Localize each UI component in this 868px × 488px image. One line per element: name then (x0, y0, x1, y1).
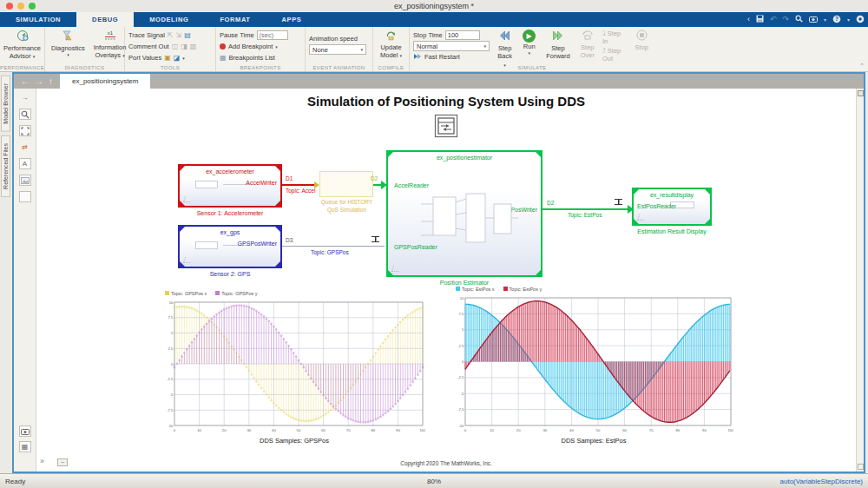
record-icon[interactable] (809, 16, 818, 24)
viewmark-icon[interactable] (19, 191, 31, 202)
run-button[interactable]: ▶ Run ▾ (520, 30, 538, 63)
wire-estpos[interactable] (542, 208, 629, 210)
step-in-button[interactable]: ⤵ Step In (602, 30, 628, 45)
collapse-badge-icon[interactable]: − (57, 458, 68, 466)
update-model-button[interactable]: Update Model ▾ (377, 30, 405, 60)
model-canvas[interactable]: Simulation of Positioning System Using D… (36, 89, 856, 472)
inner-subsystem-preview (421, 192, 518, 249)
screenshot-icon[interactable] (19, 425, 31, 437)
port-values-button[interactable]: Port Values ▣ ◪ ▾ (128, 52, 212, 63)
sample-time-mark (183, 257, 192, 263)
port-label: GPSPosWriter (238, 241, 277, 247)
dropdown-caret-icon[interactable]: ▾ (182, 56, 185, 61)
performance-advisor-button[interactable]: Performance Advisor ▾ (3, 30, 41, 61)
tab-simulation[interactable]: SIMULATION (0, 12, 76, 27)
svg-text:-10: -10 (458, 424, 464, 428)
trace-down-icon[interactable]: ⇲ (176, 31, 182, 39)
estpos-scope-chart[interactable]: 0102030405060708090100-10-7.5-5-2.502.55… (454, 293, 733, 435)
wire-d1[interactable] (282, 184, 315, 186)
resize-grip-icon[interactable] (858, 464, 864, 470)
redo-icon[interactable]: ↷ (782, 16, 789, 23)
referenced-files-tab[interactable]: Referenced Files (1, 135, 10, 197)
sample-time-mark (391, 266, 400, 272)
breakpoints-list-button[interactable]: ▦ Breakpoints List (220, 52, 301, 63)
step-back-button[interactable]: Step Back ▾ (495, 30, 515, 63)
fit-to-view-icon[interactable] (19, 125, 31, 136)
undo-icon[interactable]: ↶ (770, 16, 777, 23)
trace-signal-button[interactable]: Trace Signal ⇱ ⇲ ▤ (128, 30, 212, 41)
port-value-label-icon[interactable]: ◪ (174, 54, 181, 62)
trace-up-icon[interactable]: ⇱ (168, 31, 174, 39)
svg-text:-2.5: -2.5 (457, 375, 464, 379)
wire-d3[interactable] (282, 246, 385, 247)
back-button[interactable]: ← (21, 76, 30, 86)
image-icon[interactable] (19, 175, 31, 186)
stop-time-input[interactable] (445, 30, 480, 40)
port-value-display-icon[interactable]: ▣ (164, 54, 171, 62)
step-over-icon (582, 30, 594, 43)
tab-apps[interactable]: APPS (266, 12, 318, 27)
comment-through-icon[interactable]: ▥ (190, 43, 197, 50)
comment-icon[interactable]: ◫ (172, 43, 179, 50)
search-icon[interactable] (795, 15, 803, 24)
record-dropdown-caret-icon[interactable]: ▾ (824, 17, 826, 23)
gpspos-scope-chart[interactable]: 0102030405060708090100-10-7.5-5-2.502.55… (163, 298, 425, 435)
expand-palette-icon[interactable]: » (40, 457, 44, 465)
uncomment-icon[interactable]: ◨ (181, 43, 187, 50)
block-position-estimator[interactable]: ex_positionestimator AccelReader GPSPosR… (386, 150, 542, 277)
step-back-icon (498, 30, 511, 44)
document-tab[interactable]: ex_positioningsystem (60, 74, 150, 89)
svg-text:-7.5: -7.5 (167, 408, 174, 412)
block-result-display[interactable]: ex_resultdisplay EstPosReader (632, 188, 712, 226)
pause-time-input[interactable] (257, 30, 288, 40)
highlight-icon[interactable]: ▤ (184, 31, 191, 39)
comment-out-button[interactable]: Comment Out ◫ ◨ ▥ (128, 41, 212, 52)
step-forward-button[interactable]: Step Forward (543, 30, 573, 63)
annotation-icon[interactable]: A (19, 158, 31, 169)
tab-modeling[interactable]: MODELING (134, 12, 204, 27)
information-overlays-button[interactable]: x1 Information Overlays ▾ (91, 30, 129, 63)
port-label: AccelReader (394, 182, 429, 188)
pause-time-label: Pause Time (220, 31, 254, 39)
macos-titlebar: ex_positioningsystem * (0, 0, 868, 12)
animation-speed-select[interactable]: None ▾ (309, 44, 366, 55)
tab-format[interactable]: FORMAT (204, 12, 266, 27)
zoom-level: 80% (0, 478, 868, 485)
status-bar: Ready 80% auto(VariableStepDiscrete) (0, 473, 868, 488)
legend-entry: Topic: GPSPos x (171, 291, 207, 296)
canvas-tool-rail: → ⇄ A ▦ (14, 89, 36, 472)
zoom-icon[interactable] (19, 109, 31, 120)
step-over-button[interactable]: Step Over (578, 30, 597, 63)
chevron-left-icon[interactable]: ‹ (747, 16, 750, 23)
hide-browser-arrow-icon[interactable]: → (19, 92, 31, 103)
step-out-button[interactable]: ⤴ Step Out (602, 47, 628, 63)
sample-time-mark (637, 214, 646, 221)
help-dropdown-caret-icon[interactable]: ▾ (847, 17, 850, 23)
save-icon[interactable] (756, 15, 764, 24)
fast-restart-button[interactable]: Fast Restart (413, 52, 490, 63)
model-browser-tab[interactable]: Model Browser (1, 76, 10, 132)
tab-debug[interactable]: DEBUG (76, 12, 134, 27)
settings-gear-icon[interactable] (856, 15, 865, 25)
compare-signals-icon[interactable]: ⇄ (19, 142, 31, 153)
stop-button[interactable]: Stop (633, 30, 651, 63)
block-gps[interactable]: ex_gps GPSPosWriter (178, 225, 282, 268)
forward-button[interactable]: → (35, 76, 43, 86)
performance-advisor-icon (16, 30, 29, 44)
block-accelerometer[interactable]: ex_accelerometer AccelWriter (178, 164, 282, 208)
block-queue[interactable] (319, 171, 373, 197)
simulation-mode-select[interactable]: Normal ▾ (413, 41, 490, 50)
property-inspector-icon[interactable] (858, 90, 864, 96)
up-button[interactable]: ↑ (49, 76, 53, 86)
signal-label: D3 (286, 237, 293, 243)
add-breakpoint-button[interactable]: Add Breakpoint ▾ (220, 41, 301, 52)
signal-label: D1 (286, 175, 293, 181)
collapse-ribbon-icon[interactable]: ⌃ (859, 63, 865, 69)
sequence-viewer-block[interactable] (435, 115, 457, 137)
diagnostics-button[interactable]: Diagnostics ▾ (49, 30, 88, 63)
block-caption: Sensor 1: Accelerometer (178, 210, 282, 216)
solver-info[interactable]: auto(VariableStepDiscrete) (780, 478, 863, 485)
svg-text:7.5: 7.5 (459, 312, 465, 316)
help-icon[interactable]: ? (832, 15, 841, 25)
sample-time-legend-icon[interactable]: ▦ (19, 441, 31, 452)
